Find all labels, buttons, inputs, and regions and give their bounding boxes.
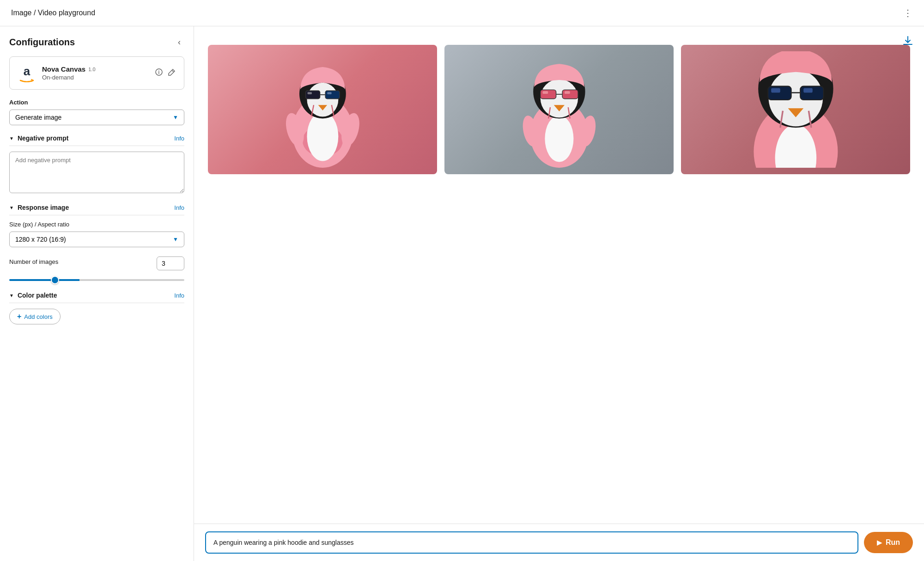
download-svg	[903, 36, 913, 46]
num-images-input[interactable]	[157, 256, 184, 270]
response-image-info-link[interactable]: Info	[174, 204, 184, 211]
model-actions: i	[154, 67, 176, 79]
amazon-logo-letter: a	[24, 64, 30, 79]
model-card: a Nova Canvas 1.0 On-demand	[9, 56, 184, 90]
num-images-label: Number of images	[9, 258, 58, 265]
size-label: Size (px) / Aspect ratio	[9, 221, 184, 228]
svg-rect-7	[305, 91, 320, 98]
run-play-icon: ▶	[877, 539, 882, 546]
add-colors-label: Add colors	[24, 313, 52, 320]
negative-prompt-header[interactable]: ▼ Negative prompt Info	[9, 134, 184, 146]
svg-rect-10	[307, 92, 312, 94]
svg-rect-36	[771, 88, 780, 93]
slider-container	[9, 275, 184, 282]
action-label: Action	[9, 99, 184, 106]
color-palette-info-link[interactable]: Info	[174, 292, 184, 299]
menu-icon[interactable]: ⋮	[903, 7, 913, 18]
model-logo: a	[17, 63, 36, 83]
negative-prompt-left: ▼ Negative prompt	[9, 134, 68, 142]
num-images-row: Number of images	[9, 256, 184, 270]
penguin-svg-1	[231, 51, 414, 168]
model-info-button[interactable]: i	[154, 67, 164, 79]
image-3[interactable]	[681, 45, 910, 174]
images-area	[194, 26, 924, 524]
svg-rect-21	[562, 90, 578, 98]
svg-rect-37	[803, 88, 813, 93]
model-info: Nova Canvas 1.0 On-demand	[42, 65, 149, 81]
color-palette-header[interactable]: ▼ Color palette Info	[9, 292, 184, 303]
right-panel: ▶ Run	[194, 26, 924, 561]
collapse-button[interactable]: ‹	[174, 36, 184, 49]
color-palette-left: ▼ Color palette	[9, 292, 57, 299]
size-dropdown-arrow: ▼	[173, 236, 178, 243]
svg-rect-34	[800, 86, 823, 100]
model-version: 1.0	[88, 67, 95, 72]
info-icon: i	[155, 68, 163, 76]
add-colors-plus-icon: +	[17, 312, 21, 321]
penguin-container-3	[681, 45, 910, 174]
image-1[interactable]	[208, 45, 437, 174]
svg-text:i: i	[158, 70, 160, 75]
color-palette-label: Color palette	[18, 292, 57, 299]
model-tier: On-demand	[42, 74, 149, 81]
image-2[interactable]	[444, 45, 674, 174]
penguin-svg-3	[704, 51, 888, 168]
left-panel: Configurations ‹ a	[0, 26, 194, 561]
edit-icon	[168, 68, 176, 76]
images-grid	[208, 45, 910, 174]
bottom-bar: ▶ Run	[194, 524, 924, 561]
model-name: Nova Canvas 1.0	[42, 65, 149, 73]
svg-rect-20	[540, 90, 556, 98]
run-label: Run	[886, 538, 900, 547]
configurations-title: Configurations	[9, 37, 75, 48]
penguin-svg-2	[468, 51, 651, 168]
svg-rect-8	[325, 91, 340, 98]
svg-rect-33	[768, 86, 791, 100]
svg-point-17	[545, 116, 573, 162]
amazon-arrow-logo	[19, 79, 34, 82]
negative-prompt-textarea[interactable]	[9, 152, 184, 193]
action-value: Generate image	[15, 114, 61, 121]
action-dropdown-arrow: ▼	[173, 114, 178, 121]
triangle-icon-response: ▼	[9, 205, 14, 210]
num-images-slider[interactable]	[9, 279, 184, 281]
prompt-input[interactable]	[205, 531, 858, 554]
svg-rect-24	[565, 91, 570, 94]
svg-point-4	[307, 112, 338, 161]
add-colors-button[interactable]: + Add colors	[9, 309, 61, 324]
model-edit-button[interactable]	[167, 67, 176, 79]
main-layout: Configurations ‹ a	[0, 26, 924, 561]
run-button[interactable]: ▶ Run	[864, 532, 913, 553]
response-image-header[interactable]: ▼ Response image Info	[9, 204, 184, 215]
size-dropdown[interactable]: 1280 x 720 (16:9) ▼	[9, 232, 184, 247]
svg-rect-23	[542, 91, 548, 94]
response-image-left: ▼ Response image	[9, 204, 69, 211]
response-image-label: Response image	[18, 204, 69, 211]
svg-rect-11	[327, 92, 332, 94]
penguin-container-2	[444, 45, 674, 174]
svg-point-6	[307, 83, 338, 117]
action-dropdown[interactable]: Generate image ▼	[9, 110, 184, 125]
triangle-icon-negative: ▼	[9, 136, 14, 141]
top-bar: Image / Video playground ⋮	[0, 0, 924, 26]
page-title: Image / Video playground	[11, 9, 95, 17]
negative-prompt-label: Negative prompt	[18, 134, 68, 142]
left-panel-header: Configurations ‹	[0, 26, 194, 56]
triangle-icon-color: ▼	[9, 293, 14, 298]
left-panel-scroll: a Nova Canvas 1.0 On-demand	[0, 56, 194, 561]
penguin-container-1	[208, 45, 437, 174]
size-value: 1280 x 720 (16:9)	[15, 236, 66, 243]
negative-prompt-info-link[interactable]: Info	[174, 135, 184, 142]
